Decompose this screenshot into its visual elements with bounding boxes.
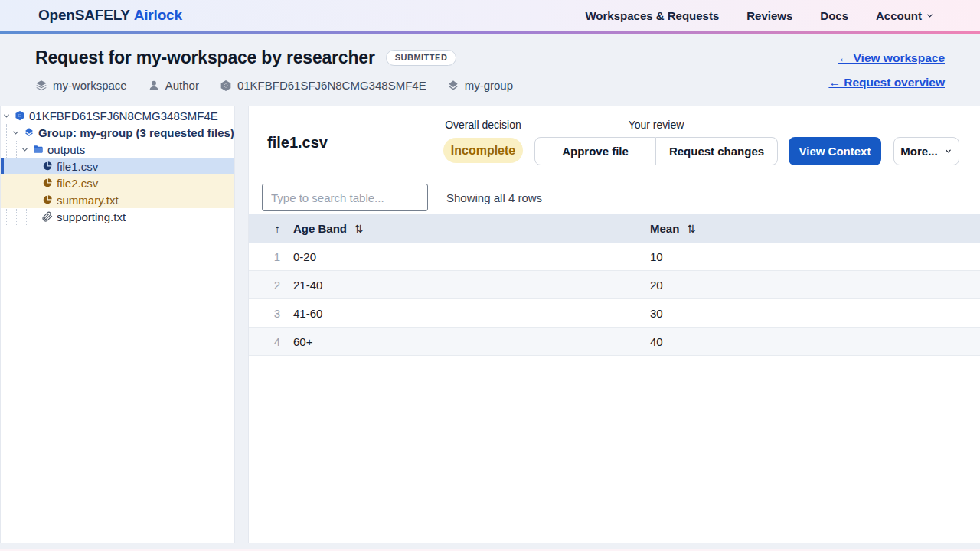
row-count-text: Showing all 4 rows: [446, 191, 542, 204]
folder-icon: [33, 144, 44, 155]
logo-airlock: Airlock: [134, 7, 182, 23]
cell-mean: 30: [648, 307, 980, 320]
nav-account-menu[interactable]: Account: [876, 9, 934, 22]
logo-opensafely: OpenSAFELY: [38, 7, 130, 23]
chevron-down-icon[interactable]: [21, 145, 29, 154]
row-number: 4: [249, 335, 292, 348]
chevron-down-icon: [926, 9, 934, 22]
tree-item-supporting[interactable]: supporting.txt: [1, 208, 234, 225]
more-menu-button[interactable]: More...: [893, 137, 959, 165]
tree-item-request-id[interactable]: 01KFBFD61SFJ6N8CMG348SMF4E: [1, 107, 234, 124]
request-meta: my-workspace Author 01KFBFD61SFJ6N8CMG34…: [35, 79, 513, 92]
package-icon: [220, 80, 232, 92]
search-input[interactable]: [262, 184, 428, 211]
view-context-button[interactable]: View Context: [789, 137, 881, 165]
data-table: ↑ Age Band⇅ Mean⇅ 1 0-20 10 2 21-40 20 3…: [249, 214, 980, 356]
table-toolbar: Showing all 4 rows: [249, 178, 980, 214]
nav-docs[interactable]: Docs: [820, 9, 848, 22]
table-row: 1 0-20 10: [249, 243, 980, 271]
paperclip-icon: [42, 211, 53, 222]
tree-item-file1[interactable]: file1.csv: [1, 158, 234, 174]
top-navbar: OpenSAFELYAirlock Workspaces & Requests …: [0, 0, 980, 31]
table-row: 4 60+ 40: [249, 328, 980, 356]
approve-file-button[interactable]: Approve file: [534, 137, 656, 165]
page-title: Request for my-workspace by researcher: [35, 47, 375, 68]
sort-both-icon: ⇅: [354, 223, 364, 235]
file-chart-icon: [42, 194, 53, 205]
layers-icon: [35, 80, 47, 92]
status-badge: SUBMITTED: [386, 50, 457, 66]
cell-mean: 20: [648, 279, 980, 292]
view-workspace-link[interactable]: ← View workspace: [828, 51, 945, 65]
table-row: 2 21-40 20: [249, 271, 980, 299]
nav-reviews[interactable]: Reviews: [746, 9, 792, 22]
cell-age-band: 21-40: [292, 279, 648, 292]
review-button-group: Approve file Request changes: [534, 137, 778, 165]
nav-workspaces-requests[interactable]: Workspaces & Requests: [585, 9, 719, 22]
selected-indicator: [1, 158, 4, 174]
meta-group: my-group: [447, 79, 513, 92]
meta-author: Author: [148, 79, 199, 92]
row-number: 2: [249, 279, 292, 292]
row-number-sort[interactable]: ↑: [249, 222, 292, 235]
meta-workspace: my-workspace: [35, 79, 127, 92]
table-header-row: ↑ Age Band⇅ Mean⇅: [249, 214, 980, 243]
overall-decision-label: Overall decision: [443, 119, 523, 131]
cell-mean: 10: [648, 250, 980, 263]
request-changes-button[interactable]: Request changes: [656, 137, 778, 165]
file-title: file1.csv: [267, 134, 328, 152]
decision-badge: Incomplete: [443, 138, 523, 163]
cell-age-band: 41-60: [292, 307, 648, 320]
chevron-down-icon[interactable]: [2, 112, 11, 120]
tree-item-summary[interactable]: summary.txt: [1, 191, 234, 208]
table-row: 3 41-60 30: [249, 299, 980, 328]
meta-request-id: 01KFBFD61SFJ6N8CMG348SMF4E: [220, 79, 426, 92]
tree-item-file2[interactable]: file2.csv: [1, 174, 234, 191]
chevron-down-icon[interactable]: [11, 129, 20, 137]
tree-item-group[interactable]: Group: my-group (3 requested files): [1, 124, 234, 141]
column-header-mean[interactable]: Mean⇅: [648, 222, 980, 235]
file-review-panel: file1.csv Overall decision Incomplete Yo…: [248, 106, 980, 543]
your-review: Your review Approve file Request changes: [534, 119, 778, 165]
file-tree-sidebar: 01KFBFD61SFJ6N8CMG348SMF4E Group: my-gro…: [0, 106, 235, 543]
file-chart-icon: [42, 161, 53, 171]
cell-age-band: 0-20: [292, 250, 648, 263]
request-overview-link[interactable]: ← Request overview: [828, 76, 945, 90]
user-icon: [148, 80, 160, 92]
cell-mean: 40: [648, 335, 980, 348]
request-cube-icon: [15, 110, 25, 121]
sort-both-icon: ⇅: [687, 223, 696, 235]
sort-ascending-icon: ↑: [275, 222, 281, 235]
your-review-label: Your review: [534, 119, 778, 131]
request-header: Request for my-workspace by researcher S…: [0, 34, 980, 106]
cell-age-band: 60+: [292, 335, 648, 348]
app-logo[interactable]: OpenSAFELYAirlock: [38, 7, 182, 24]
overall-decision: Overall decision Incomplete: [443, 119, 523, 163]
group-icon: [24, 127, 34, 138]
file-chart-icon: [42, 178, 53, 188]
group-layers-icon: [447, 80, 459, 92]
request-nav-links: ← View workspace ← Request overview: [828, 34, 945, 90]
nav-links: Workspaces & Requests Reviews Docs Accou…: [585, 9, 934, 22]
column-header-age-band[interactable]: Age Band⇅: [292, 222, 648, 235]
row-number: 3: [249, 307, 292, 320]
file-panel-header: file1.csv Overall decision Incomplete Yo…: [249, 106, 980, 178]
chevron-down-icon: [944, 145, 952, 158]
row-number: 1: [249, 250, 292, 263]
tree-item-outputs-folder[interactable]: outputs: [1, 141, 234, 158]
